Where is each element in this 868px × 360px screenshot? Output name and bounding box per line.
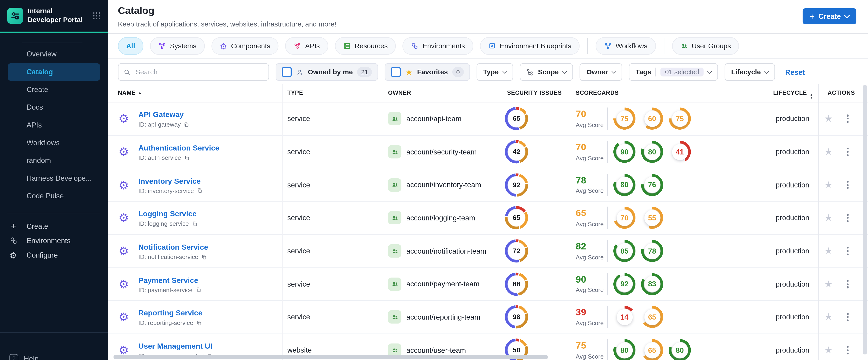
entity-name-link[interactable]: API Gateway xyxy=(138,111,184,119)
row-menu-icon[interactable] xyxy=(845,245,851,257)
horizontal-scrollbar[interactable] xyxy=(114,355,548,359)
scorecard-ring: 70 xyxy=(613,207,636,229)
favorite-star-icon[interactable]: ★ xyxy=(825,180,833,190)
sidebar-bottom-environments[interactable]: Environments xyxy=(0,233,108,248)
favorite-star-icon[interactable]: ★ xyxy=(825,279,833,289)
avg-score-value: 65 xyxy=(576,209,604,219)
chevron-down-icon xyxy=(612,69,616,73)
create-button[interactable]: + Create xyxy=(803,8,857,24)
table-row[interactable]: ⚙ Inventory Service ID: inventory-servic… xyxy=(108,169,868,202)
entity-name-link[interactable]: Logging Service xyxy=(138,210,196,218)
row-menu-icon[interactable] xyxy=(845,212,851,224)
lifecycle-filter-dropdown[interactable]: Lifecycle xyxy=(724,63,775,81)
copy-icon[interactable] xyxy=(196,188,203,194)
copy-icon[interactable] xyxy=(196,320,202,326)
table-row[interactable]: ⚙ Notification Service ID: notification-… xyxy=(108,235,868,268)
owned-by-me-label: Owned by me xyxy=(308,68,353,76)
owned-by-me-filter[interactable]: Owned by me 21 xyxy=(276,63,378,81)
tab-environment-blueprints[interactable]: Environment Blueprints xyxy=(480,37,580,55)
owner-filter-dropdown[interactable]: Owner xyxy=(580,63,622,81)
entity-name-link[interactable]: Inventory Service xyxy=(138,177,200,185)
row-menu-icon[interactable] xyxy=(845,179,851,191)
table-row[interactable]: ⚙ Logging Service ID: logging-service se… xyxy=(108,202,868,235)
avg-score-label: Avg Score xyxy=(576,287,604,294)
table-row[interactable]: ⚙ Payment Service ID: payment-service se… xyxy=(108,268,868,301)
column-header-type: TYPE xyxy=(287,89,303,96)
entity-name-link[interactable]: User Management UI xyxy=(138,342,212,351)
app-switcher-icon[interactable] xyxy=(92,11,101,20)
tab-user-groups[interactable]: User Groups xyxy=(672,37,739,55)
sidebar-item-overview[interactable]: Overview xyxy=(0,46,108,63)
row-menu-icon[interactable] xyxy=(845,278,851,290)
column-header-name[interactable]: NAME▲ xyxy=(118,89,142,96)
tags-filter-dropdown[interactable]: Tags 01 selected xyxy=(629,63,718,81)
scope-hierarchy-icon xyxy=(526,68,533,76)
entity-name-link[interactable]: Reporting Service xyxy=(138,309,203,318)
tab-workflows[interactable]: Workflows xyxy=(596,37,656,55)
scorecard-ring: 78 xyxy=(641,240,663,262)
sidebar-item-workflows[interactable]: Workflows xyxy=(0,134,108,152)
tab-systems[interactable]: Systems xyxy=(150,37,205,55)
tab-apis[interactable]: APIs xyxy=(285,37,328,55)
sidebar-item-apis[interactable]: APIs xyxy=(0,116,108,134)
copy-icon[interactable] xyxy=(192,221,198,227)
row-menu-icon[interactable] xyxy=(845,145,851,158)
copy-icon[interactable] xyxy=(184,121,190,127)
table-row[interactable]: ⚙ API Gateway ID: api-gateway service ac… xyxy=(108,102,868,136)
entity-type: website xyxy=(287,346,312,354)
copy-icon[interactable] xyxy=(201,254,207,260)
copy-icon[interactable] xyxy=(184,155,190,161)
favorite-star-icon[interactable]: ★ xyxy=(825,147,833,156)
sidebar-header: Internal Developer Portal xyxy=(0,0,108,33)
favorite-star-icon[interactable]: ★ xyxy=(825,114,833,124)
scope-filter-dropdown[interactable]: Scope xyxy=(520,63,573,81)
favorites-label: Favorites xyxy=(417,68,448,76)
search-box[interactable] xyxy=(118,63,269,81)
sidebar-bottom-environments-label: Environments xyxy=(27,236,70,245)
entity-type: service xyxy=(287,247,310,255)
tab-all[interactable]: All xyxy=(118,37,144,55)
sidebar-item-create[interactable]: Create xyxy=(0,81,108,98)
entity-name-link[interactable]: Notification Service xyxy=(138,243,208,251)
sidebar-item-harness-developer[interactable]: Harness Develope... xyxy=(0,170,108,187)
tab-resources[interactable]: Resources xyxy=(335,37,396,55)
table-body: ⚙ API Gateway ID: api-gateway service ac… xyxy=(108,102,868,360)
row-menu-icon[interactable] xyxy=(845,311,851,323)
sidebar-help-item[interactable]: ? Help xyxy=(0,354,108,360)
copy-icon[interactable] xyxy=(195,287,202,293)
entity-gear-icon: ⚙ xyxy=(118,245,129,257)
blueprints-icon xyxy=(488,42,496,50)
sidebar-item-catalog[interactable]: Catalog xyxy=(8,63,100,81)
environments-icon xyxy=(411,42,419,50)
favorite-star-icon[interactable]: ★ xyxy=(825,346,833,355)
entity-gear-icon: ⚙ xyxy=(118,113,129,124)
row-menu-icon[interactable] xyxy=(845,112,851,125)
sidebar-bottom-create[interactable]: + Create xyxy=(0,219,108,233)
table-row[interactable]: ⚙ Reporting Service ID: reporting-servic… xyxy=(108,301,868,334)
reset-filters-link[interactable]: Reset xyxy=(785,68,805,76)
sidebar-item-code-pulse[interactable]: Code Pulse xyxy=(0,187,108,205)
entity-id: ID: logging-service xyxy=(138,220,189,227)
tab-environments[interactable]: Environments xyxy=(403,37,473,55)
entity-name-link[interactable]: Payment Service xyxy=(138,276,198,284)
sidebar-item-random[interactable]: random xyxy=(0,152,108,170)
favorites-filter[interactable]: ★ Favorites 0 xyxy=(385,63,470,81)
owned-by-me-checkbox[interactable] xyxy=(282,67,292,77)
column-header-lifecycle[interactable]: LIFECYCLE▲▼ xyxy=(773,89,813,99)
favorite-star-icon[interactable]: ★ xyxy=(825,213,833,223)
favorite-star-icon[interactable]: ★ xyxy=(825,312,833,322)
favorite-star-icon[interactable]: ★ xyxy=(825,246,833,256)
entity-name-link[interactable]: Authentication Service xyxy=(138,144,219,152)
favorites-checkbox[interactable] xyxy=(391,67,401,77)
sidebar-item-docs[interactable]: Docs xyxy=(0,99,108,116)
avg-score-value: 82 xyxy=(576,242,604,252)
tab-apis-label: APIs xyxy=(305,42,320,50)
scorecard-ring: 76 xyxy=(641,174,663,196)
row-menu-icon[interactable] xyxy=(845,344,851,357)
vertical-scrollbar[interactable] xyxy=(863,85,867,355)
type-filter-dropdown[interactable]: Type xyxy=(476,63,513,81)
table-row[interactable]: ⚙ Authentication Service ID: auth-servic… xyxy=(108,136,868,169)
tab-components[interactable]: ⚙ Components xyxy=(211,37,279,55)
sidebar-bottom-configure[interactable]: ⚙ Configure xyxy=(0,248,108,262)
search-input[interactable] xyxy=(134,68,264,77)
